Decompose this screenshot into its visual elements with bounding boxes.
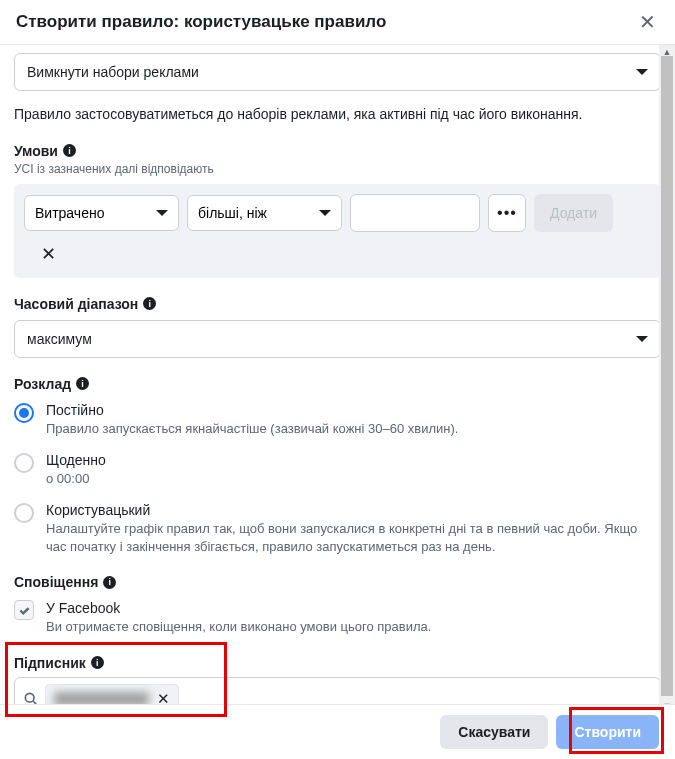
chevron-down-icon (636, 69, 648, 75)
condition-row: Витрачено більші, ніж ••• Додати (24, 194, 651, 232)
conditions-section: Умови i УСІ із зазначених далі відповіда… (14, 143, 661, 278)
info-icon[interactable]: i (76, 377, 89, 390)
radio-icon[interactable] (14, 503, 34, 523)
operator-select[interactable]: більші, ніж (187, 195, 342, 231)
notification-label: Сповіщення i (14, 574, 661, 590)
schedule-option-daily[interactable]: Щоденно о 00:00 (14, 452, 661, 488)
chevron-down-icon (319, 210, 331, 216)
dialog-header: Створити правило: користувацьке правило … (0, 0, 675, 45)
add-condition-button[interactable]: Додати (534, 194, 613, 232)
close-button[interactable]: ✕ (635, 10, 659, 34)
notification-section: Сповіщення i У Facebook Ви отримаєте спо… (14, 574, 661, 636)
scrollbar-thumb[interactable] (661, 56, 673, 696)
timerange-label: Часовий діапазон i (14, 296, 661, 312)
condition-block: Витрачено більші, ніж ••• Додати ✕ (14, 184, 661, 278)
checkbox-icon[interactable] (14, 600, 34, 620)
schedule-section: Розклад i Постійно Правило запускається … (14, 376, 661, 557)
timerange-section: Часовий діапазон i максимум (14, 296, 661, 358)
highlight-annotation (5, 642, 227, 717)
notification-facebook-option[interactable]: У Facebook Ви отримаєте сповіщення, коли… (14, 600, 661, 636)
schedule-option-custom[interactable]: Користувацький Налаштуйте графік правил … (14, 502, 661, 556)
conditions-hint: УСІ із зазначених далі відповідають (14, 162, 661, 176)
more-options-button[interactable]: ••• (488, 194, 526, 232)
highlight-annotation (569, 707, 664, 754)
chevron-down-icon (156, 210, 168, 216)
info-icon[interactable]: i (103, 576, 116, 589)
action-select[interactable]: Вимкнути набори реклами (14, 53, 661, 91)
info-icon[interactable]: i (63, 144, 76, 157)
dialog-title: Створити правило: користувацьке правило (16, 12, 386, 32)
radio-icon[interactable] (14, 403, 34, 423)
action-select-value: Вимкнути набори реклами (27, 64, 199, 80)
value-input[interactable] (350, 194, 480, 232)
timerange-value: максимум (27, 331, 92, 347)
schedule-radio-group: Постійно Правило запускається якнайчасті… (14, 402, 661, 557)
schedule-option-continuous[interactable]: Постійно Правило запускається якнайчасті… (14, 402, 661, 438)
remove-condition-button[interactable]: ✕ (34, 240, 62, 268)
timerange-select[interactable]: максимум (14, 320, 661, 358)
cancel-button[interactable]: Скасувати (440, 715, 548, 749)
metric-select[interactable]: Витрачено (24, 195, 179, 231)
info-icon[interactable]: i (143, 297, 156, 310)
chevron-down-icon (636, 336, 648, 342)
conditions-label: Умови i (14, 143, 661, 159)
rule-description: Правило застосовуватиметься до наборів р… (14, 105, 661, 125)
schedule-label: Розклад i (14, 376, 661, 392)
dialog-content: Вимкнути набори реклами Правило застосов… (0, 45, 675, 715)
radio-icon[interactable] (14, 453, 34, 473)
